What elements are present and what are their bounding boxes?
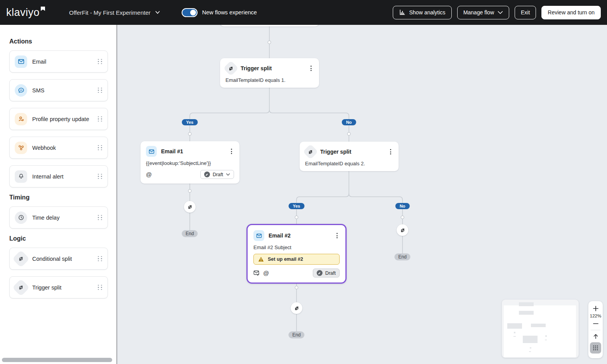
email-icon <box>146 146 157 157</box>
drag-handle-icon[interactable] <box>97 145 103 151</box>
status-select[interactable]: Draft <box>200 170 234 179</box>
minimap-node <box>507 323 522 329</box>
drag-handle-icon[interactable] <box>97 285 103 290</box>
status-label: Draft <box>325 270 336 276</box>
setup-warning[interactable]: Set up email #2 <box>253 254 340 265</box>
bell-icon <box>15 170 27 183</box>
manage-flow-button[interactable]: Manage flow <box>457 6 509 19</box>
sidebar-item-profile-property-update[interactable]: Profile property update <box>9 108 108 130</box>
add-step-dot[interactable] <box>188 189 192 193</box>
minimap-node <box>530 347 531 348</box>
klaviyo-flag-icon <box>41 7 45 11</box>
grid-view-button[interactable] <box>590 342 601 354</box>
sidebar-item-label: Profile property update <box>32 116 92 122</box>
conditional-split-icon <box>12 250 29 267</box>
show-analytics-button[interactable]: Show analytics <box>393 6 451 19</box>
chevron-down-icon <box>498 11 503 14</box>
add-step-dot[interactable] <box>295 216 298 219</box>
webhook-icon <box>15 142 27 154</box>
node-condition: EmailTemplateID equals 2. <box>305 161 393 166</box>
kebab-menu-icon[interactable] <box>335 232 340 239</box>
end-badge: End <box>182 230 198 237</box>
email-template-icon <box>253 270 260 276</box>
zoom-level: 122% <box>590 314 601 318</box>
sidebar-item-time-delay[interactable]: Time delay <box>9 206 108 229</box>
status-button[interactable]: Draft <box>313 269 340 277</box>
email-subject: Email #2 Subject <box>253 244 340 250</box>
node-email-1[interactable]: Email #1 {{event|lookup:'SubjectLine'}} … <box>140 141 239 184</box>
toggle-label: New flows experience <box>202 9 257 16</box>
sidebar-item-email[interactable]: Email <box>9 50 108 73</box>
sms-icon <box>15 84 27 97</box>
node-title: Trigger split <box>241 65 304 71</box>
flow-node-partial[interactable] <box>220 25 319 26</box>
no-badge: No <box>395 203 410 209</box>
trigger-split-collapsed-icon[interactable] <box>397 224 408 236</box>
trigger-split-icon <box>12 279 29 296</box>
node-trigger-split-2[interactable]: Trigger split EmailTemplateID equals 2. <box>300 142 399 171</box>
sidebar-item-internal-alert[interactable]: Internal alert <box>9 165 108 187</box>
minimap-node <box>519 311 534 315</box>
logo-text: klaviyo <box>6 7 40 18</box>
new-flows-toggle-group: New flows experience <box>182 8 257 17</box>
minimap-node <box>519 302 534 306</box>
node-email-2-selected[interactable]: Email #2 Email #2 Subject Set up email #… <box>246 224 347 284</box>
kebab-menu-icon[interactable] <box>309 64 314 72</box>
minimap-node <box>545 335 547 337</box>
show-analytics-label: Show analytics <box>409 9 445 16</box>
drag-handle-icon[interactable] <box>97 116 103 122</box>
sidebar-item-trigger-split[interactable]: Trigger split <box>9 276 108 298</box>
minimap-viewport <box>504 305 576 357</box>
toggle-knob <box>190 10 196 16</box>
scroll-to-top-button[interactable] <box>590 332 601 341</box>
add-step-dot[interactable] <box>295 286 298 289</box>
sidebar-horizontal-scrollbar[interactable] <box>2 358 112 362</box>
drag-handle-icon[interactable] <box>97 256 103 262</box>
add-step-dot[interactable] <box>347 132 351 136</box>
exit-label: Exit <box>521 9 530 16</box>
flow-name-dropdown[interactable]: OfferFit - My First Experimenter <box>69 9 160 16</box>
zoom-in-button[interactable] <box>590 304 601 313</box>
draft-pencil-icon <box>204 172 210 177</box>
drag-handle-icon[interactable] <box>97 215 103 220</box>
add-step-dot[interactable] <box>268 41 271 44</box>
sidebar-item-sms[interactable]: SMS <box>9 79 108 101</box>
minimap-node <box>514 332 515 333</box>
node-title: Email #1 <box>161 148 225 154</box>
email-subject: {{event|lookup:'SubjectLine'}} <box>146 160 234 166</box>
sidebar-item-label: Conditional split <box>32 256 92 262</box>
no-badge: No <box>342 119 356 125</box>
drag-handle-icon[interactable] <box>97 59 103 64</box>
email-icon <box>15 55 27 68</box>
bar-chart-icon <box>399 9 406 16</box>
sidebar: Actions Email SMS Profile property updat… <box>0 25 117 364</box>
trigger-split-icon <box>223 61 239 76</box>
new-flows-toggle[interactable] <box>182 8 198 17</box>
add-step-dot[interactable] <box>188 132 192 136</box>
zoom-out-button[interactable] <box>590 319 601 328</box>
add-step-dot[interactable] <box>401 216 404 219</box>
exit-button[interactable]: Exit <box>515 6 536 19</box>
kebab-menu-icon[interactable] <box>229 147 234 155</box>
yes-badge: Yes <box>289 203 305 209</box>
kebab-menu-icon[interactable] <box>388 148 393 156</box>
profile-icon <box>15 113 27 125</box>
node-condition: EmailTemplateID equals 1. <box>225 77 314 83</box>
drag-handle-icon[interactable] <box>97 88 103 93</box>
trigger-split-collapsed-icon[interactable] <box>291 302 302 314</box>
clock-icon <box>15 211 27 224</box>
sidebar-item-webhook[interactable]: Webhook <box>9 137 108 159</box>
drag-handle-icon[interactable] <box>97 174 103 179</box>
klaviyo-logo[interactable]: klaviyo <box>6 6 45 19</box>
topbar: klaviyo OfferFit - My First Experimenter… <box>0 0 607 25</box>
review-and-turn-on-button[interactable]: Review and turn on <box>541 6 601 19</box>
trigger-split-collapsed-icon[interactable] <box>184 201 196 213</box>
node-trigger-split-1[interactable]: Trigger split EmailTemplateID equals 1. <box>220 58 319 88</box>
minus-icon <box>593 321 599 327</box>
sidebar-item-conditional-split[interactable]: Conditional split <box>9 248 108 270</box>
minimap-node <box>545 340 547 340</box>
yes-badge: Yes <box>182 119 198 125</box>
flow-canvas[interactable]: Trigger split EmailTemplateID equals 1. … <box>117 25 607 364</box>
sidebar-item-label: Trigger split <box>32 284 92 291</box>
minimap[interactable] <box>502 300 579 358</box>
